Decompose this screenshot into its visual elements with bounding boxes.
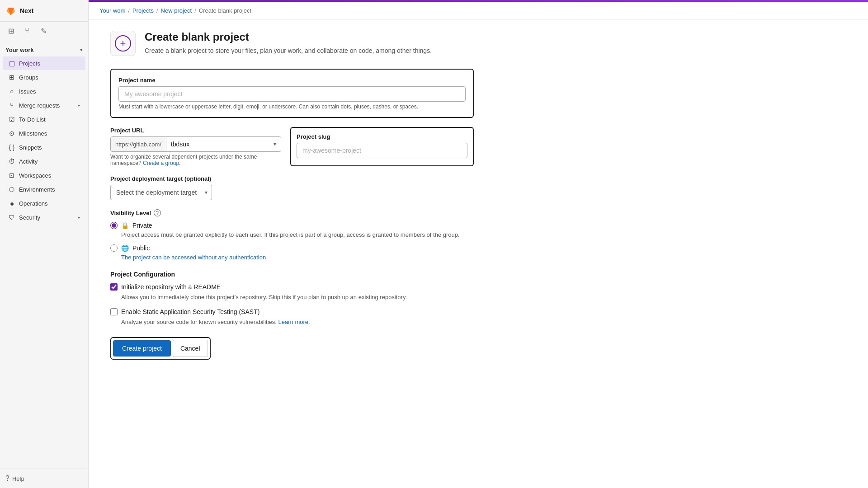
breadcrumb-your-work[interactable]: Your work: [99, 7, 125, 14]
sast-option: Enable Static Application Security Testi…: [110, 308, 474, 326]
breadcrumb: Your work / Projects / New project / Cre…: [89, 2, 868, 20]
create-project-button[interactable]: Create project: [113, 340, 171, 357]
breadcrumb-sep-1: /: [128, 7, 130, 14]
breadcrumb-projects[interactable]: Projects: [132, 7, 154, 14]
sidebar-top-icons: ⊞ ⑂ ✎: [0, 22, 88, 40]
public-radio[interactable]: [110, 244, 118, 252]
page-subtitle: Create a blank project to store your fil…: [145, 46, 432, 56]
sidebar-item-label: To-Do List: [19, 116, 46, 123]
project-name-label: Project name: [118, 77, 466, 84]
form-content: + Create blank project Create a blank pr…: [89, 20, 495, 371]
milestones-icon: ⊙: [8, 130, 15, 137]
project-config-section: Project Configuration Initialize reposit…: [110, 271, 474, 326]
sidebar-item-merge-requests[interactable]: ⑂ Merge requests ▾: [3, 99, 85, 112]
create-group-hint: Want to organize several dependent proje…: [110, 154, 281, 166]
merge-requests-icon: ⑂: [8, 102, 15, 109]
globe-icon: 🌐: [121, 244, 129, 252]
private-radio[interactable]: [110, 222, 118, 229]
config-title: Project Configuration: [110, 271, 474, 278]
sidebar-item-activity[interactable]: ⏱ Activity: [3, 155, 85, 168]
sidebar-header: Next: [0, 0, 88, 22]
sidebar-item-milestones[interactable]: ⊙ Milestones: [3, 127, 85, 140]
sidebar-item-label: Groups: [19, 74, 38, 81]
breadcrumb-new-project[interactable]: New project: [161, 7, 192, 14]
public-desc: The project can be accessed without any …: [121, 253, 474, 262]
sidebar-item-label: Operations: [19, 200, 48, 207]
readme-checkbox[interactable]: [110, 283, 118, 291]
sidebar-mr-btn[interactable]: ⑂: [20, 23, 34, 38]
breadcrumb-sep-3: /: [194, 7, 196, 14]
expand-arrow-icon: ▾: [78, 215, 80, 220]
public-label: Public: [132, 244, 150, 252]
project-slug-input[interactable]: [297, 143, 467, 158]
workspaces-icon: ⊡: [8, 172, 15, 179]
help-label: Help: [12, 475, 24, 482]
action-buttons: Create project Cancel: [110, 337, 474, 360]
url-namespace-select[interactable]: tbdsux: [166, 137, 194, 151]
sast-checkbox-label[interactable]: Enable Static Application Security Testi…: [110, 308, 474, 315]
readme-label: Initialize repository with a README: [121, 283, 221, 291]
groups-icon: ⊞: [8, 74, 15, 81]
project-slug-label: Project slug: [297, 133, 467, 140]
url-slug-row: Project URL https://gitlab.com/ tbdsux W…: [110, 127, 474, 166]
sidebar-item-projects[interactable]: ◫ Projects: [3, 56, 85, 70]
private-radio-label[interactable]: 🔒 Private: [110, 222, 474, 229]
visibility-help-icon[interactable]: ?: [154, 209, 161, 216]
expand-arrow-icon: ▾: [78, 103, 80, 108]
sidebar-item-operations[interactable]: ◈ Operations: [3, 197, 85, 210]
chevron-down-icon: ▾: [80, 47, 83, 53]
private-option: 🔒 Private Project access must be granted…: [110, 222, 474, 239]
sidebar: Next ⊞ ⑂ ✎ Your work ▾ ◫ Projects ⊞ Grou…: [0, 0, 89, 488]
project-name-input[interactable]: [118, 86, 466, 102]
sidebar-item-issues[interactable]: ○ Issues: [3, 84, 85, 98]
lock-icon: 🔒: [121, 222, 129, 229]
project-name-section: Project name Must start with a lowercase…: [110, 69, 474, 118]
help-button[interactable]: ? Help: [5, 473, 83, 484]
sidebar-item-todo[interactable]: ☑ To-Do List: [3, 113, 85, 126]
deployment-label: Project deployment target (optional): [110, 175, 474, 182]
sidebar-item-label: Environments: [19, 186, 55, 193]
sidebar-item-security[interactable]: 🛡 Security ▾: [3, 211, 85, 224]
create-button-box: Create project Cancel: [110, 337, 211, 360]
public-option: 🌐 Public The project can be accessed wit…: [110, 244, 474, 262]
deployment-select[interactable]: Select the deployment target: [110, 185, 212, 200]
sidebar-section-header[interactable]: Your work ▾: [0, 44, 88, 56]
todo-icon: ☑: [8, 116, 15, 123]
visibility-radio-group: 🔒 Private Project access must be granted…: [110, 222, 474, 262]
sidebar-item-snippets[interactable]: { } Snippets: [3, 141, 85, 154]
readme-checkbox-label[interactable]: Initialize repository with a README: [110, 283, 474, 291]
public-radio-label[interactable]: 🌐 Public: [110, 244, 474, 252]
help-circle-icon: ?: [5, 474, 9, 483]
sidebar-item-label: Workspaces: [19, 172, 51, 179]
sast-checkbox[interactable]: [110, 308, 118, 315]
sidebar-edit-btn[interactable]: ✎: [36, 23, 51, 38]
environments-icon: ⬡: [8, 186, 15, 193]
sast-learn-more-link[interactable]: Learn more.: [278, 319, 310, 325]
visibility-label: Visibility Level: [110, 210, 151, 216]
sidebar-item-workspaces[interactable]: ⊡ Workspaces: [3, 169, 85, 182]
deployment-select-wrapper: Select the deployment target: [110, 185, 212, 200]
sidebar-section-title: Your work: [5, 47, 34, 53]
sidebar-footer: ? Help: [0, 469, 88, 488]
sast-desc-text: Analyze your source code for known secur…: [121, 319, 277, 325]
cancel-button[interactable]: Cancel: [173, 340, 208, 357]
sidebar-item-environments[interactable]: ⬡ Environments: [3, 183, 85, 196]
sidebar-home-btn[interactable]: ⊞: [4, 23, 18, 38]
breadcrumb-sep-2: /: [156, 7, 158, 14]
sast-label: Enable Static Application Security Testi…: [121, 308, 259, 315]
url-input-group: https://gitlab.com/ tbdsux: [110, 136, 281, 152]
security-icon: 🛡: [8, 214, 15, 221]
gitlab-logo-icon: [5, 5, 16, 16]
url-section: Project URL https://gitlab.com/ tbdsux W…: [110, 127, 281, 166]
create-group-link[interactable]: Create a group.: [143, 160, 180, 166]
page-header: + Create blank project Create a blank pr…: [110, 31, 474, 56]
sidebar-item-label: Security: [19, 214, 40, 221]
page-icon: +: [110, 31, 136, 56]
sidebar-item-groups[interactable]: ⊞ Groups: [3, 70, 85, 84]
private-label: Private: [132, 222, 152, 229]
sidebar-item-label: Activity: [19, 158, 38, 165]
breadcrumb-current: Create blank project: [199, 7, 251, 14]
sidebar-item-label: Merge requests: [19, 102, 60, 109]
visibility-section: Visibility Level ? 🔒 Private Project acc…: [110, 209, 474, 262]
plus-circle-icon: +: [115, 35, 131, 52]
